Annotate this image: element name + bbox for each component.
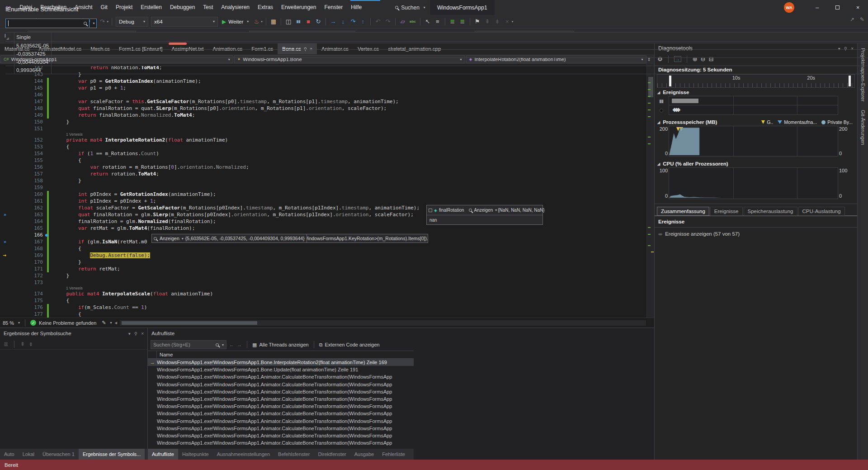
datatip-action-label[interactable]: Anzeigen (160, 236, 179, 241)
call-stack-column-header[interactable]: Name (148, 351, 414, 359)
nav-forward2-icon[interactable]: ↷ (384, 17, 392, 27)
breakpoint-gutter[interactable] (0, 157, 9, 164)
tab-ausnahmeeinstellungen[interactable]: Ausnahmeeinstellungen (213, 449, 274, 460)
search-box[interactable]: Suchen ▾ (391, 2, 430, 13)
bookmark-toggle-icon[interactable]: ⚑ (473, 17, 481, 27)
project-name-badge[interactable]: WindowsFormsApp1 (430, 0, 495, 15)
menu-debuggen[interactable]: Debuggen (166, 0, 199, 15)
chevron-down-icon[interactable]: ▾ (128, 331, 131, 336)
scrollbar-thumb[interactable] (122, 321, 257, 325)
breakpoint-gutter[interactable] (0, 177, 9, 184)
current-statement-arrow-icon[interactable]: → (0, 252, 9, 259)
row-selector[interactable] (5, 66, 14, 74)
diag-tab-ereignisse[interactable]: Ereignisse (710, 207, 743, 216)
breakpoint-gutter[interactable] (0, 272, 9, 279)
step-marker-icon[interactable]: » (0, 211, 9, 218)
break-events-track[interactable]: ▮▮ (669, 96, 838, 105)
datatip-action-label[interactable]: Anzeigen (474, 208, 493, 213)
timeline-end-marker[interactable] (849, 76, 851, 86)
show-events-link[interactable]: «» Ereignisse anzeigen (57 von 57) (655, 228, 857, 240)
diag-tab-speicherauslastung[interactable]: Speicherauslastung (744, 207, 797, 216)
expander-icon[interactable]: ◢ (657, 120, 660, 124)
close-button[interactable]: × (848, 0, 868, 15)
stack-frame-row[interactable]: WindowsFormsApp1.exe!WindowsFormsApp1.An… (148, 381, 414, 388)
bookmark-next-icon[interactable]: ⇟ (493, 17, 501, 27)
redo-dropdown[interactable]: ▾ (107, 20, 109, 24)
menu-projekt[interactable]: Projekt (112, 0, 137, 15)
quickview-search-dropdown[interactable]: ▾ (90, 19, 97, 28)
hot-reload-dropdown[interactable]: ▾ (261, 20, 263, 24)
editor-horizontal-scrollbar[interactable] (120, 320, 646, 326)
datatip-pin-icon[interactable] (45, 234, 48, 237)
next-result-icon[interactable]: ⇟ (28, 341, 33, 347)
row-selector[interactable] (5, 50, 14, 57)
editor-vertical-scrollbar[interactable] (646, 64, 654, 318)
breakpoint-gutter[interactable] (0, 98, 9, 105)
breakpoint-gutter[interactable] (0, 184, 9, 191)
menu-hilfe[interactable]: Hilfe (347, 0, 366, 15)
platform-select[interactable]: x64▾ (151, 17, 218, 27)
cpu-chart[interactable]: 100 0 100 0 (669, 167, 838, 199)
scroll-left-icon[interactable]: ◂ (115, 320, 118, 326)
breakpoint-gutter[interactable] (0, 279, 9, 286)
zoom-select[interactable]: 85 % (3, 320, 14, 326)
debug-target-icon[interactable]: ▦ (269, 17, 278, 27)
expander-icon[interactable]: ◢ (657, 162, 660, 166)
codelens-references[interactable]: 1 Verweis (66, 132, 83, 137)
tab-direktfenster[interactable]: Direktfenster (314, 449, 350, 460)
health-label[interactable]: Keine Probleme gefunden (39, 320, 96, 326)
codelens-references[interactable]: 1 Verweis (66, 286, 83, 290)
code-cleanup-icon[interactable]: ✎ (102, 320, 106, 326)
datatip-value-box[interactable]: Anzeigen ▾ {5,603562E-05, -0,03537425, -… (151, 234, 307, 243)
step-into-icon[interactable]: ↓ (339, 17, 347, 27)
select-all-corner[interactable]: ◢ (6, 37, 9, 40)
row-selector[interactable] (5, 42, 14, 49)
menu-test[interactable]: Test (199, 0, 217, 15)
memory-chart[interactable]: 200 0 200 0 (669, 126, 838, 157)
feedback-icon[interactable]: ✎ (860, 16, 864, 23)
tab-ergebnisse-der-symbols-[interactable]: Ergebnisse der Symbols... (79, 449, 145, 460)
menu-erstellen[interactable]: Erstellen (137, 0, 166, 15)
quickview-search-input[interactable] (5, 19, 90, 28)
stack-frame-row[interactable]: WindowsFormsApp1.exe!WindowsFormsApp1.An… (148, 373, 414, 380)
expander-icon[interactable]: ◢ (657, 90, 660, 95)
quickview-row[interactable]: -0,004409304 (5, 58, 868, 66)
run-tests-icon[interactable]: ▱ (399, 17, 407, 27)
tab-aufrufliste[interactable]: Aufrufliste (148, 449, 178, 460)
bookmark-prev-icon[interactable]: ⇞ (483, 17, 491, 27)
stack-frame-row[interactable]: WindowsFormsApp1.exe!WindowsFormsApp1.An… (148, 439, 414, 446)
step-over-icon[interactable]: ↷ (349, 17, 357, 27)
breakpoint-gutter[interactable] (0, 119, 9, 125)
show-all-threads-button[interactable]: ▦ Alle Threads anzeigen (252, 342, 309, 348)
breakpoint-gutter[interactable] (0, 78, 9, 85)
stack-frame-row[interactable]: WindowsFormsApp1.exe!WindowsFormsApp1.An… (148, 446, 414, 447)
stack-frame-row[interactable]: WindowsFormsApp1.exe!WindowsFormsApp1.An… (148, 432, 414, 439)
redo-icon[interactable]: ↷ (99, 17, 107, 27)
quickview-row[interactable]: -0,03537425 (5, 50, 868, 58)
breakpoint-gutter[interactable] (0, 290, 9, 297)
diag-tab-cpu-auslastung[interactable]: CPU-Auslastung (798, 207, 845, 216)
configuration-select[interactable]: Debug▾ (116, 17, 148, 27)
continue-button[interactable]: ▶Weiter▾ (222, 19, 249, 25)
stack-frame-row[interactable]: WindowsFormsApp1.exe!WindowsFormsApp1.An… (148, 403, 414, 410)
breakpoint-gutter[interactable] (0, 105, 9, 112)
breakpoint-gutter[interactable] (0, 171, 9, 177)
break-all-icon[interactable]: ◫ (284, 17, 292, 27)
menu-git[interactable]: Git (97, 0, 112, 15)
tab-fehlerliste[interactable]: Fehlerliste (378, 449, 409, 460)
stack-frame-row[interactable]: WindowsFormsApp1.exe!WindowsFormsApp1.An… (148, 388, 414, 395)
code-outline-icon[interactable]: ≡ (434, 17, 442, 27)
breakpoint-gutter[interactable] (0, 137, 9, 143)
close-icon[interactable]: × (141, 331, 144, 336)
nav-backward2-icon[interactable]: ↶ (374, 17, 382, 27)
show-external-code-button[interactable]: ⧉ Externen Code anzeigen (319, 342, 380, 348)
show-next-statement-icon[interactable]: → (329, 17, 337, 27)
nav-back-icon[interactable]: ← (229, 342, 234, 347)
breakpoint-gutter[interactable] (0, 150, 9, 157)
breakpoint-gutter[interactable] (0, 245, 9, 252)
breakpoint-gutter[interactable] (0, 259, 9, 266)
previous-result-icon[interactable]: ⇞ (20, 341, 25, 347)
tab-ausgabe[interactable]: Ausgabe (350, 449, 378, 460)
tab-lokal[interactable]: Lokal (19, 449, 38, 460)
step-out-icon[interactable]: ↑ (359, 17, 367, 27)
